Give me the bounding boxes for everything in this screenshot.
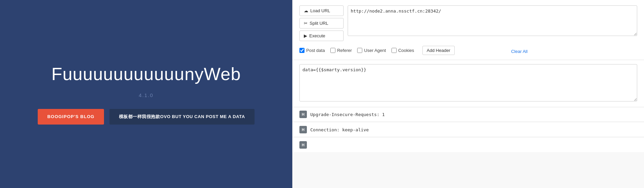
partial-header-row: H [293, 138, 644, 152]
cookies-label: Cookies [398, 48, 414, 53]
url-input[interactable]: http://node2.anna.nssctf.cn:28342/ [348, 5, 637, 36]
action-buttons: ☁ Load URL ✂ Split URL ▶ Execute [299, 5, 344, 41]
blog-button[interactable]: BOOGIPOP'S BLOG [38, 109, 104, 125]
clear-all-link[interactable]: Clear All [511, 49, 527, 54]
split-url-button[interactable]: ✂ Split URL [299, 18, 344, 29]
user-agent-checkbox[interactable] [357, 48, 362, 53]
post-data-checkbox-label[interactable]: Post data [299, 48, 325, 53]
header-badge-3: H [299, 141, 307, 149]
left-buttons: BOOGIPOP'S BLOG 模板都一样我很抱款OVO BUT YOU CAN… [38, 109, 255, 125]
site-version: 4.1.0 [139, 92, 153, 98]
header-value-1: Upgrade-Insecure-Requests: 1 [310, 112, 385, 117]
split-url-label: Split URL [310, 21, 328, 26]
referer-checkbox[interactable] [330, 48, 335, 53]
referer-label: Referer [337, 48, 352, 53]
header-badge-2: H [299, 126, 307, 133]
site-title: FuuuuuuuuuuuunyWeb [51, 64, 241, 84]
right-panel: ☁ Load URL ✂ Split URL ▶ Execute http://… [292, 0, 644, 188]
referer-checkbox-label[interactable]: Referer [330, 48, 352, 53]
info-button[interactable]: 模板都一样我很抱款OVO BUT YOU CAN POST ME A DATA [109, 109, 255, 125]
options-inner: Post data Referer User Agent Cookies Add… [299, 46, 455, 55]
load-url-button[interactable]: ☁ Load URL [299, 5, 344, 16]
headers-section: H Upgrade-Insecure-Requests: 1 H Connect… [293, 107, 644, 152]
scissors-icon: ✂ [304, 21, 308, 26]
url-row: ☁ Load URL ✂ Split URL ▶ Execute http://… [299, 5, 637, 41]
clear-all-container: Clear All [510, 48, 527, 54]
header-value-2: Connection: keep-alive [310, 127, 369, 132]
execute-button[interactable]: ▶ Execute [299, 31, 344, 41]
user-agent-label: User Agent [364, 48, 386, 53]
post-data-checkbox[interactable] [299, 48, 304, 53]
load-url-label: Load URL [310, 8, 330, 13]
header-badge-1: H [299, 111, 307, 118]
post-data-label: Post data [306, 48, 325, 53]
play-icon: ▶ [304, 33, 307, 38]
user-agent-checkbox-label[interactable]: User Agent [357, 48, 386, 53]
post-data-input[interactable]: data={{$smarty.version}} [299, 64, 637, 101]
cloud-icon: ☁ [304, 8, 308, 13]
header-row-1: H Upgrade-Insecure-Requests: 1 [293, 107, 644, 122]
cookies-checkbox[interactable] [391, 48, 397, 53]
header-row-2: H Connection: keep-alive [293, 123, 644, 137]
post-data-section: data={{$smarty.version}} [293, 60, 644, 107]
cookies-checkbox-label[interactable]: Cookies [391, 48, 414, 53]
top-section: ☁ Load URL ✂ Split URL ▶ Execute http://… [293, 0, 644, 60]
options-row: Post data Referer User Agent Cookies Add… [299, 44, 637, 56]
execute-label: Execute [309, 33, 325, 38]
add-header-button[interactable]: Add Header [422, 46, 455, 55]
left-panel: FuuuuuuuuuuuunyWeb 4.1.0 BOOGIPOP'S BLOG… [0, 0, 292, 188]
